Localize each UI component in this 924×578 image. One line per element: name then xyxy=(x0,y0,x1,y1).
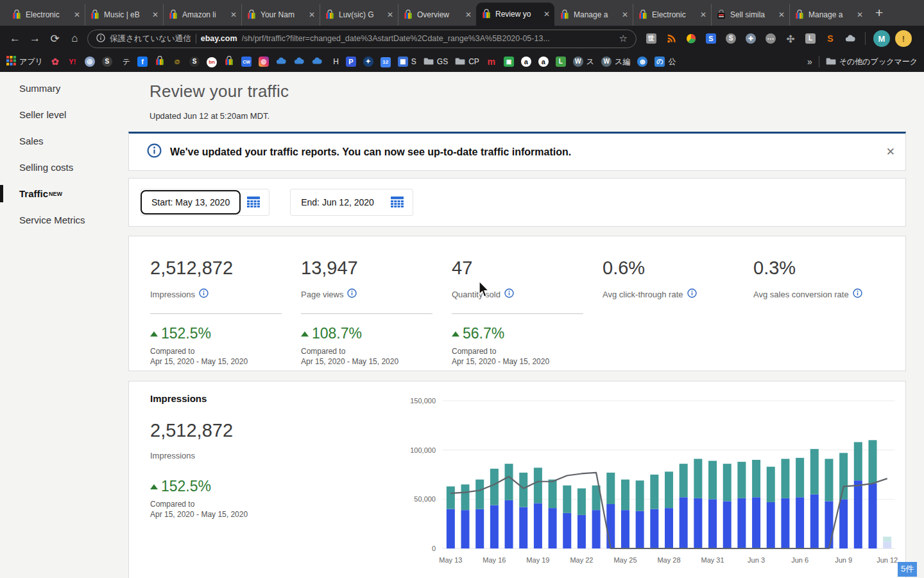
bookmark-item[interactable]: W ス編 xyxy=(601,57,630,67)
tab-close-icon[interactable]: ✕ xyxy=(230,10,237,19)
bookmark-item[interactable]: ▣ xyxy=(504,57,514,67)
tab-close-icon[interactable]: ✕ xyxy=(465,10,472,19)
tab-close-icon[interactable]: ✕ xyxy=(700,10,706,19)
bookmark-item[interactable]: テ xyxy=(119,57,130,67)
browser-tab[interactable]: Manage a ✕ xyxy=(789,4,868,26)
bookmark-item[interactable]: S xyxy=(189,57,200,67)
s-blue-extension-icon[interactable]: S xyxy=(706,33,716,44)
bookmark-item[interactable]: ◎ xyxy=(259,57,269,67)
bookmark-item[interactable]: ✿ xyxy=(50,57,60,67)
l-square-extension-icon[interactable]: L xyxy=(805,33,816,44)
tab-close-icon[interactable]: ✕ xyxy=(387,10,393,19)
browser-tab[interactable]: Sell simila ✕ xyxy=(711,4,789,26)
sidebar-item-label: Service Metrics xyxy=(19,215,85,225)
browser-tab[interactable]: Music | eB ✕ xyxy=(85,4,163,26)
info-icon[interactable] xyxy=(199,288,209,300)
count-badge[interactable]: 5件 xyxy=(898,562,917,577)
sidebar-item-summary[interactable]: Summary xyxy=(0,75,128,101)
bookmark-item[interactable]: 12 xyxy=(381,57,391,67)
cloud-extension-icon[interactable] xyxy=(845,33,856,44)
bookmark-item[interactable]: W ス xyxy=(573,57,594,67)
tab-close-icon[interactable]: ✕ xyxy=(74,10,80,19)
bookmarks-overflow-icon[interactable]: » xyxy=(807,57,812,67)
info-icon[interactable] xyxy=(687,288,697,300)
tab-close-icon[interactable]: ✕ xyxy=(778,10,785,19)
new-tab-button[interactable]: + xyxy=(875,5,883,21)
security-label[interactable]: 保護されていない通信 xyxy=(110,33,191,44)
bookmark-item[interactable] xyxy=(276,56,287,68)
bookmark-item[interactable]: ▦ S xyxy=(398,57,416,67)
tab-close-icon[interactable]: ✕ xyxy=(857,10,863,19)
end-date-field[interactable]: End: Jun 12, 2020 xyxy=(291,191,384,214)
back-button[interactable]: ← xyxy=(5,29,25,49)
browser-tab[interactable]: Electronic ✕ xyxy=(6,4,85,26)
bookmark-item[interactable] xyxy=(224,56,234,68)
browser-tab[interactable]: Overview ✕ xyxy=(398,4,476,26)
bookmark-item[interactable]: ✦ xyxy=(363,57,373,67)
address-bar[interactable]: 保護されていない通信 ebay.com/sh/prf/traffic?filte… xyxy=(87,30,637,48)
bookmark-item[interactable] xyxy=(294,56,305,68)
profile-avatar[interactable]: ! xyxy=(895,30,912,47)
bookmark-item[interactable]: f xyxy=(137,57,148,67)
home-button[interactable]: ⌂ xyxy=(65,29,85,49)
browser-tab[interactable]: Your Nam ✕ xyxy=(241,4,320,26)
bookmark-item[interactable]: アプリ xyxy=(6,56,43,67)
bookmark-item[interactable]: Y! xyxy=(67,57,78,67)
start-date-field[interactable]: Start: May 13, 2020 xyxy=(141,190,241,215)
rss-extension-icon[interactable] xyxy=(666,33,676,44)
sidebar-item-selling-costs[interactable]: Selling costs xyxy=(0,154,128,180)
bookmark-item[interactable]: P xyxy=(346,57,356,67)
bookmark-item[interactable]: S xyxy=(102,57,112,67)
browser-tab[interactable]: Amazon li ✕ xyxy=(163,4,241,26)
bookmark-item[interactable]: の 公 xyxy=(654,57,676,67)
info-icon[interactable] xyxy=(504,288,514,300)
calendar-icon[interactable] xyxy=(384,197,413,208)
tab-close-icon[interactable]: ✕ xyxy=(152,10,158,19)
s-gray-extension-icon[interactable]: S xyxy=(726,33,736,44)
tab-close-icon[interactable]: ✕ xyxy=(309,10,315,19)
tab-close-icon[interactable]: ✕ xyxy=(622,10,628,19)
browser-tab[interactable]: Review yo ✕ xyxy=(476,3,554,26)
browser-tab[interactable]: Electronic ✕ xyxy=(633,4,711,26)
cross-extension-icon[interactable]: ✚ xyxy=(746,33,756,44)
bookmark-item[interactable]: L xyxy=(556,57,566,67)
bookmark-item[interactable]: H xyxy=(330,57,339,66)
other-bookmarks-folder[interactable]: その他のブックマーク xyxy=(826,56,918,68)
info-icon[interactable] xyxy=(853,288,862,300)
bookmark-favicon: P xyxy=(346,57,356,67)
sidebar-item-service-metrics[interactable]: Service Metrics xyxy=(0,207,128,233)
sidebar-item-traffic[interactable]: Traffic NEW xyxy=(0,180,128,207)
browser-tab[interactable]: Manage a ✕ xyxy=(554,4,633,26)
bookmark-item[interactable] xyxy=(312,56,323,68)
bookmark-item[interactable]: ⊕ xyxy=(85,57,95,67)
bookmark-item[interactable]: CW xyxy=(241,57,252,67)
forward-button[interactable]: → xyxy=(25,29,45,49)
new-badge: NEW xyxy=(49,191,62,197)
info-icon[interactable] xyxy=(347,288,357,300)
bookmark-favicon xyxy=(312,56,323,68)
grid-extension-icon[interactable]: 世 xyxy=(646,33,656,44)
bookmark-item[interactable]: a xyxy=(538,57,549,67)
tab-close-icon[interactable]: ✕ xyxy=(543,10,550,19)
calendar-icon[interactable] xyxy=(241,197,269,208)
banner-close-icon[interactable]: ✕ xyxy=(886,145,895,159)
sidebar-item-sales[interactable]: Sales xyxy=(0,128,128,154)
browser-avatar[interactable]: M xyxy=(873,30,890,47)
bookmark-item[interactable]: bn xyxy=(207,57,217,67)
clover-extension-icon[interactable]: ✣ xyxy=(785,33,796,44)
pie-extension-icon[interactable] xyxy=(686,33,696,44)
bookmark-item[interactable]: GS xyxy=(424,56,448,68)
bookmark-item[interactable]: CP xyxy=(455,56,479,68)
sidebar-item-seller-level[interactable]: Seller level xyxy=(0,101,128,128)
bookmark-item[interactable]: @ xyxy=(172,57,182,67)
bookmark-item[interactable]: a xyxy=(521,57,531,67)
tab-title: Luv(sic) G xyxy=(339,10,383,19)
bookmark-item[interactable]: m xyxy=(486,57,497,67)
s-orange-extension-icon[interactable]: S xyxy=(825,33,835,44)
reload-button[interactable]: ⟳ xyxy=(45,29,65,49)
bookmark-item[interactable] xyxy=(155,56,165,68)
chat-extension-icon[interactable]: ⋯ xyxy=(766,33,776,44)
bookmark-star-icon[interactable]: ☆ xyxy=(619,33,628,44)
browser-tab[interactable]: Luv(sic) G ✕ xyxy=(320,4,398,26)
bookmark-item[interactable]: ⊛ xyxy=(637,57,647,67)
